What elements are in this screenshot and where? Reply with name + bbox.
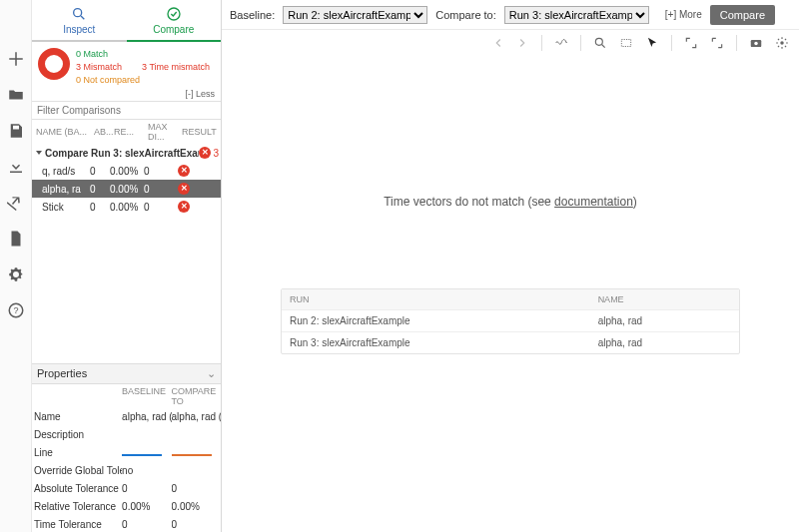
error-icon — [178, 201, 190, 213]
table-row[interactable]: alpha, ra00.00%0 — [32, 180, 221, 198]
property-row: Namealpha, rad (Runalpha, rad (Run — [32, 408, 221, 426]
properties-panel: BASELINECOMPARE TO Namealpha, rad (Runal… — [32, 384, 221, 532]
compareto-select[interactable]: Run 3: slexAircraftExample — [504, 6, 649, 24]
compareto-label: Compare to: — [435, 9, 496, 21]
property-row: Absolute Tolerance00 — [32, 480, 221, 498]
property-row: Line — [32, 444, 221, 462]
document-icon[interactable] — [7, 230, 25, 248]
plot-message: Time vectors do not match (see documenta… — [384, 195, 637, 209]
next-icon[interactable] — [515, 36, 529, 50]
filter-input[interactable] — [32, 101, 221, 120]
side-icon-bar: ? — [0, 0, 32, 532]
error-icon — [199, 147, 211, 159]
comparison-table-header: NAME (BA...AB...RE...MAX DI...RESULT — [32, 120, 221, 144]
region-icon[interactable] — [619, 36, 633, 50]
tab-inspect[interactable]: Inspect — [32, 0, 127, 40]
property-row: Description — [32, 426, 221, 444]
import-icon[interactable] — [7, 158, 25, 176]
svg-point-3 — [168, 8, 180, 20]
svg-point-7 — [754, 42, 758, 46]
main-area: Baseline: Run 2: slexAircraftExample Com… — [222, 0, 799, 532]
run-table-row: Run 3: slexAircraftExamplealpha, rad — [282, 331, 739, 353]
fit-icon[interactable] — [684, 36, 698, 50]
error-icon — [178, 165, 190, 177]
property-row: Relative Tolerance0.00%0.00% — [32, 498, 221, 516]
tab-compare-label: Compare — [153, 24, 194, 35]
summary-block: 0 Match 3 Mismatch3 Time mismatch 0 Not … — [32, 42, 221, 89]
svg-text:?: ? — [13, 305, 18, 315]
properties-header[interactable]: Properties⌄ — [32, 363, 221, 384]
cursor-icon[interactable] — [645, 36, 659, 50]
baseline-select[interactable]: Run 2: slexAircraftExample — [283, 6, 427, 24]
expand-icon[interactable] — [710, 36, 724, 50]
export-icon[interactable] — [7, 194, 25, 212]
signal-icon[interactable] — [554, 36, 568, 50]
table-row[interactable]: Stick00.00%0 — [32, 198, 221, 216]
tab-compare[interactable]: Compare — [127, 0, 222, 40]
summary-donut-icon — [38, 48, 70, 80]
run-table-row: Run 2: slexAircraftExamplealpha, rad — [282, 309, 739, 331]
help-icon[interactable]: ? — [7, 301, 25, 319]
doc-link[interactable]: documentation — [554, 195, 633, 209]
svg-point-4 — [595, 38, 602, 45]
chevron-down-icon: ⌄ — [207, 367, 216, 380]
compare-toolbar: Baseline: Run 2: slexAircraftExample Com… — [222, 0, 799, 30]
folder-icon[interactable] — [7, 86, 25, 104]
group-row[interactable]: Compare Run 3: slexAircraftExamp 3 — [32, 144, 221, 162]
more-toggle[interactable]: [+] More — [665, 9, 702, 20]
run-table: RUNNAME Run 2: slexAircraftExamplealpha,… — [281, 288, 740, 354]
error-icon — [178, 183, 190, 195]
svg-point-8 — [780, 41, 784, 45]
collapse-summary[interactable]: [-] Less — [32, 89, 221, 101]
table-row[interactable]: q, rad/s00.00%0 — [32, 162, 221, 180]
compare-button[interactable]: Compare — [710, 5, 775, 25]
save-icon[interactable] — [7, 122, 25, 140]
caret-down-icon — [36, 151, 42, 155]
gear-icon[interactable] — [775, 36, 789, 50]
svg-rect-5 — [621, 40, 630, 47]
tab-inspect-label: Inspect — [63, 24, 95, 35]
zoom-icon[interactable] — [593, 36, 607, 50]
plot-toolbar — [222, 30, 799, 56]
camera-icon[interactable] — [749, 36, 763, 50]
property-row: Time Tolerance00 — [32, 516, 221, 532]
add-icon[interactable] — [7, 50, 25, 68]
property-row: Override Global Toleno — [32, 462, 221, 480]
left-panel: Inspect Compare 0 Match 3 Mismatch3 Time… — [32, 0, 222, 532]
plot-area: Time vectors do not match (see documenta… — [222, 56, 799, 532]
baseline-label: Baseline: — [230, 9, 275, 21]
gear-icon[interactable] — [7, 266, 25, 283]
svg-point-2 — [74, 8, 82, 16]
prev-icon[interactable] — [491, 36, 505, 50]
